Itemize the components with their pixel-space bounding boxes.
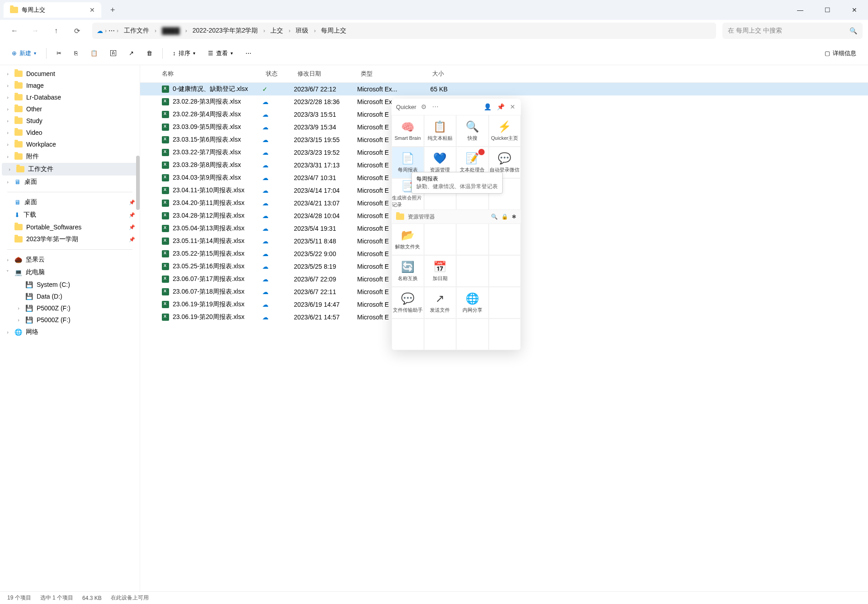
folder-icon xyxy=(10,7,18,13)
sidebar-item[interactable]: ›Video xyxy=(0,127,140,138)
crumb-item[interactable]: ████ xyxy=(158,25,184,36)
sidebar-item[interactable]: 💾Data (D:) xyxy=(11,290,140,302)
sidebar-item[interactable]: 💾System (C:) xyxy=(11,279,140,290)
file-date: 2023/6/7 22:12 xyxy=(294,86,357,93)
refresh-button[interactable]: ⟳ xyxy=(68,22,86,40)
column-type[interactable]: 类型 xyxy=(357,70,411,78)
quicker-action[interactable]: 🌐内网分享 xyxy=(456,287,489,319)
minimize-button[interactable]: — xyxy=(787,0,814,20)
quicker-action xyxy=(489,255,521,287)
drive-icon: 💾 xyxy=(25,316,33,323)
up-button[interactable]: ↑ xyxy=(47,22,65,40)
quicker-action[interactable]: 💬文件传输助手 xyxy=(392,287,424,319)
quicker-action[interactable]: ⚡Quicker主页 xyxy=(489,115,521,147)
quicker-action[interactable]: 📋纯文本粘贴 xyxy=(424,115,457,147)
file-date: 2023/2/28 18:36 xyxy=(294,98,357,105)
sidebar-item[interactable]: Portable_Softwares📌 xyxy=(0,221,140,233)
crumb-item[interactable]: 每周上交 xyxy=(317,25,350,37)
drive-icon: 💾 xyxy=(25,293,33,300)
excel-icon xyxy=(162,301,169,308)
search-icon[interactable]: 🔍 xyxy=(491,214,498,220)
sidebar-item[interactable]: ˅💻此电脑 xyxy=(0,266,140,279)
lock-icon[interactable]: 🔒 xyxy=(501,214,508,220)
settings-icon[interactable]: ✱ xyxy=(512,214,516,220)
sidebar-item[interactable]: ›Image xyxy=(0,80,140,91)
chevron-icon: › xyxy=(15,317,22,323)
quicker-section-header: 资源管理器 🔍 🔒 ✱ xyxy=(392,210,521,224)
sidebar-label: 附件 xyxy=(26,152,39,161)
chevron-icon: › xyxy=(5,130,11,135)
rename-button[interactable]: 🄰 xyxy=(106,47,121,59)
sidebar-item[interactable]: ›🖥桌面 xyxy=(0,176,140,188)
copy-icon: ⎘ xyxy=(74,50,78,57)
sidebar-item[interactable]: 2023学年第一学期📌 xyxy=(0,233,140,246)
sidebar-label: 下载 xyxy=(24,211,36,219)
quicker-action[interactable]: 🔍快搜 xyxy=(456,115,489,147)
action-label: 发送文件 xyxy=(430,307,450,314)
quicker-action[interactable]: 📂解散文件夹 xyxy=(392,224,424,255)
details-pane-button[interactable]: ▢ 详细信息 xyxy=(820,47,861,60)
forward-button[interactable]: → xyxy=(26,22,44,40)
quicker-action[interactable]: 📅加日期 xyxy=(424,255,457,287)
sidebar: ›Document›Image›Lr-Database›Other›Study›… xyxy=(0,65,140,591)
more-icon[interactable]: ⋯ xyxy=(431,102,439,111)
crumb-item[interactable]: 工作文件 xyxy=(120,25,153,37)
sidebar-item[interactable]: ›Other xyxy=(0,103,140,115)
ellipsis-icon[interactable]: ⋯ xyxy=(108,27,115,34)
titlebar: 每周上交 ✕ + — ☐ ✕ xyxy=(0,0,868,20)
sidebar-item[interactable]: ›工作文件 xyxy=(2,163,138,176)
new-tab-button[interactable]: + xyxy=(110,5,115,15)
crumb-item[interactable]: 班级 xyxy=(292,25,312,37)
back-button[interactable]: ← xyxy=(5,22,24,40)
quicker-action[interactable]: ↗发送文件 xyxy=(424,287,457,319)
paste-button[interactable]: 📋 xyxy=(86,47,102,59)
sidebar-item[interactable]: 🖥桌面📌 xyxy=(0,196,140,209)
folder-icon xyxy=(14,224,23,230)
more-button[interactable]: ⋯ xyxy=(241,47,256,59)
file-date: 2023/5/25 8:19 xyxy=(294,263,357,270)
cloud-icon: ☁ xyxy=(262,136,269,143)
sidebar-item[interactable]: ›🌐网络 xyxy=(0,326,140,338)
close-icon[interactable]: ✕ xyxy=(509,102,516,111)
search-input[interactable]: 在 每周上交 中搜索 🔍 xyxy=(722,23,863,39)
column-date[interactable]: 修改日期 xyxy=(294,70,357,78)
view-button[interactable]: ☰ 查看 ▾ xyxy=(203,47,237,60)
sidebar-item[interactable]: ›💾P5000Z (F:) xyxy=(11,302,140,314)
user-icon[interactable]: 👤 xyxy=(483,102,492,111)
crumb-item[interactable]: 2022-2023学年第2学期 xyxy=(189,25,262,37)
cut-button[interactable]: ✂ xyxy=(52,47,66,59)
delete-button[interactable]: 🗑 xyxy=(142,47,157,59)
file-row[interactable]: 0-健康情况、缺勤登记.xlsx✓2023/6/7 22:12Microsoft… xyxy=(140,83,868,95)
column-size[interactable]: 大小 xyxy=(411,70,448,78)
new-button[interactable]: ⊕ 新建 ▾ xyxy=(7,47,41,60)
copy-button[interactable]: ⎘ xyxy=(70,47,82,59)
column-name[interactable]: 名称 xyxy=(149,70,262,78)
sidebar-item[interactable]: ›附件 xyxy=(0,150,140,163)
crumb-item[interactable]: 上交 xyxy=(267,25,287,37)
sidebar-item[interactable]: ›🌰坚果云 xyxy=(0,253,140,266)
window-tab[interactable]: 每周上交 ✕ xyxy=(4,2,101,18)
pin-icon[interactable]: 📌 xyxy=(496,102,505,111)
chevron-icon: › xyxy=(105,28,107,34)
excel-icon xyxy=(162,288,169,295)
sidebar-label: Lr-Database xyxy=(26,94,61,101)
scrollbar-thumb[interactable] xyxy=(136,156,140,210)
quicker-action[interactable]: 🔄名称互换 xyxy=(392,255,424,287)
gear-icon[interactable]: ⚙ xyxy=(420,102,428,111)
breadcrumb[interactable]: ☁ › ⋯ › 工作文件 › ████ › 2022-2023学年第2学期 › … xyxy=(92,23,716,39)
pin-icon: 📌 xyxy=(129,200,135,205)
maximize-button[interactable]: ☐ xyxy=(814,0,841,20)
column-status[interactable]: 状态 xyxy=(262,70,294,78)
close-button[interactable]: ✕ xyxy=(841,0,868,20)
quicker-action[interactable]: 🧠Smart Brain xyxy=(392,115,424,147)
sort-button[interactable]: ↕ 排序 ▾ xyxy=(168,47,200,60)
share-button[interactable]: ↗ xyxy=(124,47,138,59)
sidebar-item[interactable]: ›Workplace xyxy=(0,138,140,150)
sidebar-item[interactable]: ›💾P5000Z (F:) xyxy=(11,314,140,326)
sidebar-item[interactable]: ⬇下载📌 xyxy=(0,209,140,221)
sidebar-item[interactable]: ›Study xyxy=(0,115,140,127)
sidebar-label: 工作文件 xyxy=(28,165,53,173)
sidebar-item[interactable]: ›Document xyxy=(0,68,140,80)
sidebar-item[interactable]: ›Lr-Database xyxy=(0,91,140,103)
tab-close-button[interactable]: ✕ xyxy=(90,6,95,14)
